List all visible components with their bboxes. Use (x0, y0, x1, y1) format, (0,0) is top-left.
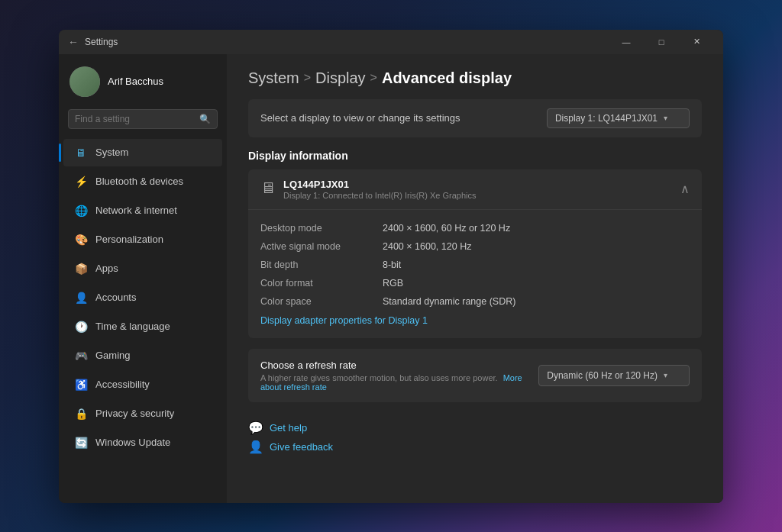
breadcrumb-sep1: > (304, 71, 311, 85)
refresh-dropdown-arrow-icon: ▾ (664, 371, 667, 379)
sidebar: Arif Bacchus 🔍 🖥 System ⚡ Bluetooth & de… (59, 54, 227, 503)
breadcrumb-sep2: > (370, 71, 377, 85)
sidebar-item-system-label: System (95, 147, 128, 158)
accounts-icon: 👤 (74, 291, 88, 305)
personalization-icon: 🎨 (74, 233, 88, 247)
sidebar-item-accessibility-label: Accessibility (95, 379, 150, 390)
breadcrumb-system: System (248, 69, 299, 87)
sidebar-item-privacy-label: Privacy & security (95, 408, 174, 419)
window-body: Arif Bacchus 🔍 🖥 System ⚡ Bluetooth & de… (59, 54, 723, 503)
display-info-body: Desktop mode 2400 × 1600, 60 Hz or 120 H… (248, 210, 702, 338)
sidebar-item-network-label: Network & internet (95, 205, 177, 216)
info-row-signal-mode: Active signal mode 2400 × 1600, 120 Hz (260, 237, 690, 256)
sidebar-item-update[interactable]: 🔄 Windows Update (63, 429, 222, 456)
sidebar-item-time-label: Time & language (95, 321, 170, 332)
search-icon: 🔍 (199, 114, 211, 124)
info-label-bit-depth: Bit depth (260, 260, 383, 270)
gaming-icon: 🎮 (74, 349, 88, 363)
refresh-desc: A higher rate gives smoother motion, but… (260, 373, 538, 392)
sidebar-item-bluetooth[interactable]: ⚡ Bluetooth & devices (63, 168, 222, 195)
collapse-icon[interactable]: ∧ (680, 182, 690, 196)
display-name-block: LQ144P1JX01 Display 1: Connected to Inte… (283, 179, 476, 200)
minimize-button[interactable]: — (609, 30, 644, 54)
accessibility-icon: ♿ (74, 378, 88, 392)
display-selector-row: Select a display to view or change its s… (248, 99, 702, 137)
display-dropdown[interactable]: Display 1: LQ144P1JX01 ▾ (547, 108, 690, 128)
bluetooth-icon: ⚡ (74, 175, 88, 189)
get-help-icon: 💬 (248, 421, 263, 435)
info-row-desktop-mode: Desktop mode 2400 × 1600, 60 Hz or 120 H… (260, 219, 690, 237)
sidebar-item-accounts-label: Accounts (95, 292, 136, 303)
adapter-properties-link[interactable]: Display adapter properties for Display 1 (260, 311, 428, 334)
footer-links: 💬 Get help 👤 Give feedback (248, 418, 702, 454)
refresh-desc-text: A higher rate gives smoother motion, but… (260, 373, 498, 382)
info-row-bit-depth: Bit depth 8-bit (260, 256, 690, 274)
avatar (69, 66, 100, 97)
breadcrumb: System > Display > Advanced display (248, 69, 702, 87)
time-icon: 🕐 (74, 320, 88, 334)
display-selector-label: Select a display to view or change its s… (260, 112, 460, 124)
info-value-bit-depth: 8-bit (383, 260, 401, 270)
monitor-icon: 🖥 (260, 179, 276, 197)
info-row-color-space: Color space Standard dynamic range (SDR) (260, 292, 690, 311)
sidebar-item-gaming-label: Gaming (95, 350, 131, 361)
refresh-left: Choose a refresh rate A higher rate give… (260, 360, 538, 392)
breadcrumb-display: Display (315, 69, 366, 87)
search-box[interactable]: 🔍 (68, 109, 218, 129)
sidebar-item-gaming[interactable]: 🎮 Gaming (63, 342, 222, 369)
update-icon: 🔄 (74, 436, 88, 450)
give-feedback-link[interactable]: 👤 Give feedback (248, 440, 702, 454)
display-info-header: 🖥 LQ144P1JX01 Display 1: Connected to In… (248, 169, 702, 210)
title-bar-left: ← Settings (68, 36, 118, 48)
window-title: Settings (85, 37, 118, 47)
sidebar-item-system[interactable]: 🖥 System (63, 139, 222, 166)
section-title: Display information (248, 150, 702, 162)
dropdown-arrow-icon: ▾ (664, 114, 667, 122)
sidebar-item-network[interactable]: 🌐 Network & internet (63, 197, 222, 224)
display-name: LQ144P1JX01 (283, 179, 476, 190)
sidebar-item-apps-label: Apps (95, 263, 118, 274)
sidebar-item-bluetooth-label: Bluetooth & devices (95, 176, 183, 187)
settings-window: ← Settings — □ ✕ Arif Bacchus 🔍 🖥 (59, 30, 723, 503)
refresh-rate-value: Dynamic (60 Hz or 120 Hz) (547, 370, 658, 381)
display-dropdown-value: Display 1: LQ144P1JX01 (555, 113, 658, 124)
refresh-rate-dropdown[interactable]: Dynamic (60 Hz or 120 Hz) ▾ (538, 365, 690, 386)
sidebar-item-personalization-label: Personalization (95, 234, 163, 245)
display-name-row: 🖥 LQ144P1JX01 Display 1: Connected to In… (260, 179, 476, 200)
sidebar-item-accounts[interactable]: 👤 Accounts (63, 284, 222, 311)
user-profile: Arif Bacchus (59, 54, 227, 106)
info-value-signal-mode: 2400 × 1600, 120 Hz (383, 241, 471, 252)
sidebar-item-apps[interactable]: 📦 Apps (63, 255, 222, 282)
info-label-color-space: Color space (260, 296, 383, 307)
info-value-color-format: RGB (383, 278, 403, 289)
display-info-card: 🖥 LQ144P1JX01 Display 1: Connected to In… (248, 169, 702, 338)
sidebar-item-personalization[interactable]: 🎨 Personalization (63, 226, 222, 253)
system-icon: 🖥 (74, 146, 88, 160)
info-value-desktop-mode: 2400 × 1600, 60 Hz or 120 Hz (383, 223, 510, 234)
close-button[interactable]: ✕ (679, 30, 714, 54)
network-icon: 🌐 (74, 204, 88, 218)
give-feedback-label: Give feedback (270, 441, 333, 453)
give-feedback-icon: 👤 (248, 440, 263, 454)
search-input[interactable] (75, 114, 195, 124)
main-content: System > Display > Advanced display Sele… (227, 54, 723, 503)
sidebar-item-time[interactable]: 🕐 Time & language (63, 313, 222, 340)
refresh-rate-card: Choose a refresh rate A higher rate give… (248, 349, 702, 402)
window-controls: — □ ✕ (609, 30, 714, 54)
page-body: Select a display to view or change its s… (227, 99, 723, 503)
user-name: Arif Bacchus (108, 76, 163, 87)
get-help-label: Get help (270, 422, 307, 434)
get-help-link[interactable]: 💬 Get help (248, 421, 702, 435)
privacy-icon: 🔒 (74, 407, 88, 421)
breadcrumb-current: Advanced display (382, 69, 512, 87)
page-header: System > Display > Advanced display (227, 54, 723, 99)
refresh-title: Choose a refresh rate (260, 360, 538, 371)
title-bar: ← Settings — □ ✕ (59, 30, 723, 54)
apps-icon: 📦 (74, 262, 88, 276)
info-label-color-format: Color format (260, 278, 383, 289)
info-row-color-format: Color format RGB (260, 274, 690, 292)
maximize-button[interactable]: □ (644, 30, 679, 54)
sidebar-item-accessibility[interactable]: ♿ Accessibility (63, 371, 222, 398)
sidebar-item-privacy[interactable]: 🔒 Privacy & security (63, 400, 222, 427)
back-button[interactable]: ← (68, 36, 79, 48)
